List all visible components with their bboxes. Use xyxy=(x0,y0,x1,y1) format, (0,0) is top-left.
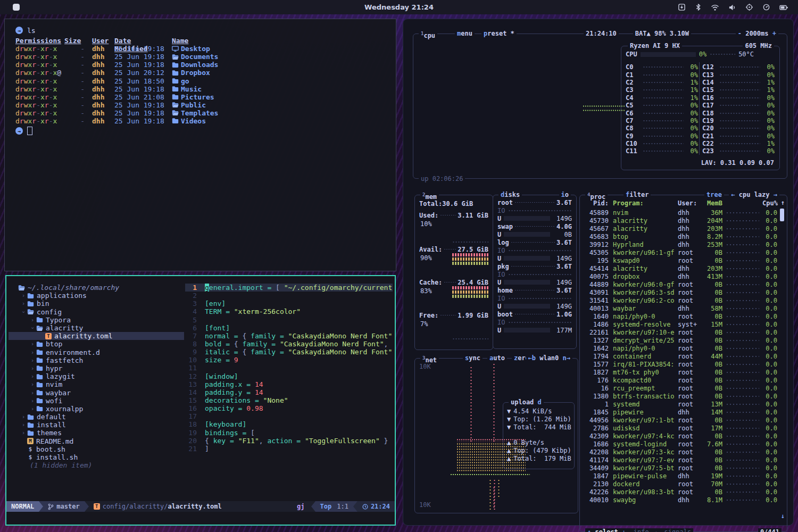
code-line[interactable]: 16opacity = 0.98 xyxy=(185,404,393,412)
process-row[interactable]: 1486 systemd-resolve syst+ 15M 0.0 xyxy=(584,320,777,328)
tree-item[interactable]: › nvim xyxy=(9,380,184,388)
tree-item[interactable]: ~/.local/share/omarchy xyxy=(9,284,184,292)
code-line[interactable]: 2 xyxy=(185,292,393,300)
code-line[interactable]: 10size = 9 xyxy=(185,356,393,364)
code-line[interactable]: 15decorations = "None" xyxy=(185,396,393,404)
process-row[interactable]: 16 rcu_preempt root 0B 0.0 xyxy=(584,384,777,392)
process-row[interactable]: 1827 mt76-tx phy0 root 0B 0.0 xyxy=(584,368,777,376)
process-row[interactable]: 2786 udisksd root 17M 0.0 xyxy=(584,424,777,432)
auto-toggle[interactable]: auto xyxy=(487,354,507,362)
tree-item[interactable]: M README.md xyxy=(9,437,184,445)
process-row[interactable]: 1 systemd root 13M 0.0 xyxy=(584,400,777,408)
battery-icon[interactable] xyxy=(779,4,788,11)
process-row[interactable]: 40010 swaybg dhh 8.1M 0.0 xyxy=(584,496,777,504)
updates-icon[interactable] xyxy=(678,3,686,11)
process-row[interactable]: 41174 kworker/u97:7-ev root 0B 0.0 xyxy=(584,456,777,464)
code-line[interactable]: 6[font] xyxy=(185,324,393,332)
code-line[interactable]: 18[keyboard] xyxy=(185,420,393,428)
process-row[interactable]: 43091 kworker/u96:3-sd root 0B 0.0 xyxy=(584,288,777,296)
terminal-window-ls[interactable]: → ls Permissions Size User Date Modified… xyxy=(4,19,396,271)
process-row[interactable]: 176 kcompactd0 root 0B 0.0 xyxy=(584,376,777,384)
sync-toggle[interactable]: sync xyxy=(463,354,483,362)
code-line[interactable]: 11 xyxy=(185,364,393,372)
tree-item[interactable]: › install xyxy=(9,421,184,429)
tree-item[interactable]: $ boot.sh xyxy=(9,445,184,453)
tree-item[interactable]: (1 hidden item) xyxy=(9,461,184,469)
tree-item[interactable]: › default xyxy=(9,413,184,421)
process-row[interactable]: 22161 kworker/u97:10-e root 0B 0.0 xyxy=(584,328,777,336)
code-line[interactable]: 9italic = { family = "CaskaydiaMono Nerd… xyxy=(185,348,393,356)
tree-item[interactable]: › fastfetch xyxy=(9,356,184,364)
tree-item[interactable]: › btop xyxy=(9,340,184,348)
process-row[interactable]: 1845 pipewire dhh 14M 0.0 xyxy=(584,408,777,416)
scrollbar-thumb[interactable] xyxy=(780,209,784,221)
btop-window[interactable]: 1cpu menu preset * 21:24:10 BAT▲ 98% 3.1… xyxy=(403,19,794,526)
tree-item[interactable]: › Typora xyxy=(9,316,184,324)
neovim-window[interactable]: ~/.local/share/omarchy › applications › … xyxy=(5,275,396,526)
code-line[interactable]: 13padding.x = 14 xyxy=(185,380,393,388)
code-line[interactable]: 4TERM = "xterm-256color" xyxy=(185,307,393,315)
process-row[interactable]: 45730 alacritty dhh 204M 0.0 xyxy=(584,217,777,225)
process-row[interactable]: 1847 pipewire-pulse dhh 19M 0.0 xyxy=(584,472,777,480)
code-line[interactable]: 3[env] xyxy=(185,300,393,307)
prompt-line-empty[interactable]: → xyxy=(15,126,396,136)
code-line[interactable]: 14padding.y = 14 xyxy=(185,388,393,396)
process-row[interactable]: 1327 dmcrypt_write/25 root 0B 0.0 xyxy=(584,336,777,344)
tree-item[interactable]: › xournalpp xyxy=(9,405,184,413)
performance-icon[interactable] xyxy=(762,3,770,11)
scroll-up-arrow[interactable]: ↑ xyxy=(781,199,785,206)
code-line[interactable]: 17 xyxy=(185,412,393,420)
code-line[interactable]: 19bindings = [ xyxy=(185,429,393,437)
code-line[interactable]: 7normal = { family = "CaskaydiaMono Nerd… xyxy=(185,332,393,340)
io-toggle[interactable]: io xyxy=(559,191,571,198)
process-row[interactable]: 40075 dropbox dhh 413M 0.0 xyxy=(584,272,777,280)
process-row[interactable]: 45683 btop dhh 8.2M 0.0 xyxy=(584,232,777,240)
process-row[interactable]: 34409 kworker/u97:5-bt root 0B 0.0 xyxy=(584,464,777,472)
code-line[interactable]: 21] xyxy=(185,445,393,453)
process-row[interactable]: 1794 containerd root 44M 0.0 xyxy=(584,352,777,360)
filter-button[interactable]: filter xyxy=(624,191,651,198)
wifi-icon[interactable] xyxy=(711,4,719,11)
cpu-box-title[interactable]: 1cpu xyxy=(419,30,437,39)
process-row[interactable]: 42309 kworker/u97:4-kc root 0B 0.0 xyxy=(584,432,777,440)
process-row[interactable]: 40013 waybar dhh 58M 0.0 xyxy=(584,304,777,312)
process-row[interactable]: 45414 alacritty dhh 203M 0.0 xyxy=(584,264,777,272)
interval-minus-button[interactable]: - xyxy=(738,30,742,37)
interval-plus-button[interactable]: + xyxy=(772,30,776,37)
screenshare-icon[interactable] xyxy=(745,3,753,11)
code-line[interactable]: 12[window] xyxy=(185,372,393,380)
process-row[interactable]: 195 kswapd0 root 0B 0.0 xyxy=(584,256,777,264)
process-row[interactable]: 39912 Hyprland dhh 253M 0.0 xyxy=(584,240,777,248)
code-line[interactable]: 1general.import = [ "~/.config/omarchy/c… xyxy=(185,284,393,292)
tree-item[interactable]: › alacritty xyxy=(9,324,184,332)
scroll-down-arrow[interactable]: ↓ xyxy=(781,512,785,520)
tree-item[interactable]: T alacritty.toml xyxy=(9,332,184,340)
process-row[interactable]: 1640 napi/phy0-0 root 0B 0.0 xyxy=(584,312,777,320)
process-row[interactable]: 1686 systemd-logind root 7.6M 0.0 xyxy=(584,440,777,448)
process-row[interactable]: 2130 dockerd root 70M 0.0 xyxy=(584,480,777,488)
bluetooth-icon[interactable] xyxy=(695,3,702,11)
code-line[interactable]: 20{ key = "F11", action = "ToggleFullscr… xyxy=(185,437,393,445)
menu-button[interactable]: menu xyxy=(455,30,475,37)
process-row[interactable]: 1642 napi/phy0-0 root 0B 0.0 xyxy=(584,344,777,352)
process-row[interactable]: 42226 kworker/u98:3-bt root 0B 0.0 xyxy=(584,488,777,496)
tree-item[interactable]: › applications xyxy=(9,292,184,300)
tree-item[interactable]: › lazygit xyxy=(9,372,184,380)
interface-switcher[interactable]: ←b wlan0 n→ xyxy=(526,354,573,362)
editor-pane[interactable]: 1general.import = [ "~/.config/omarchy/c… xyxy=(185,284,393,498)
sort-selector[interactable]: ← cpu lazy → xyxy=(729,191,779,198)
preset-button[interactable]: preset * xyxy=(481,30,517,37)
code-line[interactable]: 5 xyxy=(185,316,393,324)
tree-item[interactable]: › waybar xyxy=(9,388,184,396)
tree-toggle[interactable]: tree xyxy=(704,191,724,198)
net-stats-title[interactable]: upload d xyxy=(509,398,544,406)
process-row[interactable]: 44956 kworker/u97:1-bt root 0B 0.0 xyxy=(584,416,777,424)
process-row[interactable]: 31541 kworker/u96:2-co root 0B 0.0 xyxy=(584,296,777,304)
tree-item[interactable]: › hypr xyxy=(9,364,184,372)
volume-icon[interactable] xyxy=(728,4,736,11)
process-row[interactable]: 44889 kworker/u96:0-gf root 0B 0.0 xyxy=(584,280,777,288)
tree-item[interactable]: › bin xyxy=(9,300,184,307)
process-row[interactable]: 42208 kworker/u97:3-kc root 0B 0.0 xyxy=(584,448,777,456)
process-row[interactable]: 45889 nvim dhh 36M 0.0 xyxy=(584,209,777,217)
tree-item[interactable]: › environment.d xyxy=(9,348,184,356)
